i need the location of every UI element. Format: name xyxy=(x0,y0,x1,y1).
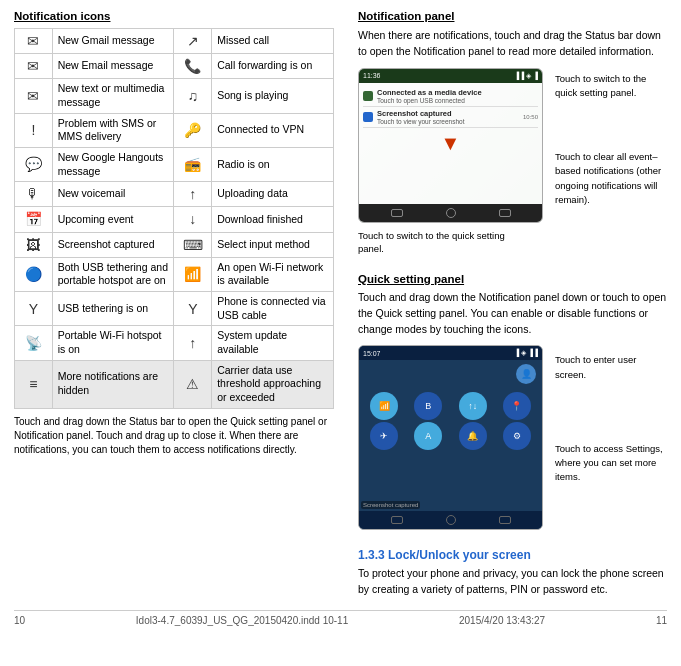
table-row: Y USB tethering is on Y Phone is connect… xyxy=(15,292,334,326)
callout-top-text: Touch to switch to the quick setting pan… xyxy=(555,72,667,101)
table-row: ✉ New Gmail message ↗ Missed call xyxy=(15,29,334,54)
table-row: 🎙 New voicemail ↑ Uploading data xyxy=(15,182,334,207)
qs-airplane-icon: ✈ xyxy=(370,422,398,450)
notif-text-left-0: New Gmail message xyxy=(52,29,174,54)
notif-icon-right-11: ⚠ xyxy=(174,360,212,408)
lock-section-heading: 1.3.3 Lock/Unlock your screen xyxy=(358,548,667,562)
notif-icon-left-7: 🖼 xyxy=(15,232,53,257)
table-row: ✉ New text or multimedia message ♫ Song … xyxy=(15,79,334,113)
file-info: Idol3-4.7_6039J_US_QG_20150420.indd 10-1… xyxy=(136,615,348,626)
right-column: Notification panel When there are notifi… xyxy=(354,10,667,598)
notif-text-right-2: Song is playing xyxy=(212,79,334,113)
table-row: 🖼 Screenshot captured ⌨ Select input met… xyxy=(15,232,334,257)
recent-btn xyxy=(499,209,511,217)
notif-phone-mockup: 11:36 ▐▐ ◈ ▐ Connected as a media device… xyxy=(358,68,543,256)
notif-icon-1 xyxy=(363,91,373,101)
down-arrow-icon: ▼ xyxy=(441,132,461,155)
notif-text-left-9: USB tethering is on xyxy=(52,292,174,326)
qs-callout-bottom-text: Touch to access Settings, where you can … xyxy=(555,442,667,485)
notif-text-right-7: Select input method xyxy=(212,232,334,257)
qs-status-bar: 15:07 ▐ ◈ ▐▐ xyxy=(359,346,542,360)
notif-icon-right-4: 📻 xyxy=(174,147,212,181)
notif-icon-left-11: ≡ xyxy=(15,360,53,408)
qs-bt-icon: B xyxy=(414,392,442,420)
notif-row-1: Connected as a media device Touch to ope… xyxy=(363,86,538,107)
notif-icon-right-3: 🔑 xyxy=(174,113,212,147)
notif-text-left-4: New Google Hangouts message xyxy=(52,147,174,181)
qs-auto-icon: A xyxy=(414,422,442,450)
notif-icon-left-3: ! xyxy=(15,113,53,147)
notif-icon-left-2: ✉ xyxy=(15,79,53,113)
notif-icon-right-8: 📶 xyxy=(174,257,212,291)
qs-wifi-icon: 📶 xyxy=(370,392,398,420)
footer: 10 Idol3-4.7_6039J_US_QG_20150420.indd 1… xyxy=(14,610,667,626)
screenshot-label: Screenshot captured xyxy=(361,501,420,509)
notif-text-left-10: Portable Wi-Fi hotspot is on xyxy=(52,326,174,360)
notif-icon-right-1: 📞 xyxy=(174,54,212,79)
notif-icon-right-0: ↗ xyxy=(174,29,212,54)
notification-table: ✉ New Gmail message ↗ Missed call ✉ New … xyxy=(14,28,334,409)
qs-title: Quick setting panel xyxy=(358,273,667,285)
qs-phone-mockup: 15:07 ▐ ◈ ▐▐ 👤 📶 B ↑↓ 📍 ✈ xyxy=(358,345,543,530)
notif-panel-desc: When there are notifications, touch and … xyxy=(358,28,667,60)
left-column: Notification icons ✉ New Gmail message ↗… xyxy=(14,10,334,598)
notif-text-right-5: Uploading data xyxy=(212,182,334,207)
qs-icons-grid: 📶 B ↑↓ 📍 ✈ A 🔔 ⚙ xyxy=(359,386,542,453)
notif-text-right-11: Carrier data use threshold approaching o… xyxy=(212,360,334,408)
notif-text-right-1: Call forwarding is on xyxy=(212,54,334,79)
qs-data-icon: ↑↓ xyxy=(459,392,487,420)
table-row: 💬 New Google Hangouts message 📻 Radio is… xyxy=(15,147,334,181)
notif-icon-left-9: Y xyxy=(15,292,53,326)
table-row: 📡 Portable Wi-Fi hotspot is on ↑ System … xyxy=(15,326,334,360)
notif-text-left-1: New Email message xyxy=(52,54,174,79)
notif-icon-right-7: ⌨ xyxy=(174,232,212,257)
qs-callout-area: Touch to enter user screen. Touch to acc… xyxy=(555,345,667,540)
notif-text-right-3: Connected to VPN xyxy=(212,113,334,147)
qs-settings-icon: ⚙ xyxy=(503,422,531,450)
bottom-note: Touch and drag down the Status bar to op… xyxy=(14,415,334,457)
qs-back-btn xyxy=(391,516,403,524)
notif-icon-left-5: 🎙 xyxy=(15,182,53,207)
callout-area: Touch to switch to the quick setting pan… xyxy=(555,68,667,266)
notif-text-right-6: Download finished xyxy=(212,207,334,232)
qs-desc: Touch and drag down the Notification pan… xyxy=(358,290,667,337)
notif-icon-right-10: ↑ xyxy=(174,326,212,360)
notif-text-left-5: New voicemail xyxy=(52,182,174,207)
notif-icon-left-4: 💬 xyxy=(15,147,53,181)
home-btn xyxy=(446,208,456,218)
notif-panel-title: Notification panel xyxy=(358,10,667,22)
notif-text-right-10: System update available xyxy=(212,326,334,360)
table-row: ! Problem with SMS or MMS delivery 🔑 Con… xyxy=(15,113,334,147)
notif-icons-title: Notification icons xyxy=(14,10,334,22)
notif-text-left-7: Screenshot captured xyxy=(52,232,174,257)
notif-icon-left-0: ✉ xyxy=(15,29,53,54)
qs-callout-top-text: Touch to enter user screen. xyxy=(555,353,667,382)
callout-bottom-text: Touch to clear all event–based notificat… xyxy=(555,150,667,207)
notif-text-right-8: An open Wi-Fi network is available xyxy=(212,257,334,291)
qs-sound-icon: 🔔 xyxy=(459,422,487,450)
lock-section-desc: To protect your phone and privacy, you c… xyxy=(358,566,667,598)
qs-location-icon: 📍 xyxy=(503,392,531,420)
notif-icon-left-6: 📅 xyxy=(15,207,53,232)
table-row: 📅 Upcoming event ↓ Download finished xyxy=(15,207,334,232)
notif-icon-2 xyxy=(363,112,373,122)
back-btn xyxy=(391,209,403,217)
notif-icon-right-2: ♫ xyxy=(174,79,212,113)
table-row: 🔵 Both USB tethering and portable hotspo… xyxy=(15,257,334,291)
notif-text-right-4: Radio is on xyxy=(212,147,334,181)
notif-text-right-9: Phone is connected via USB cable xyxy=(212,292,334,326)
notif-text-left-6: Upcoming event xyxy=(52,207,174,232)
notif-icon-right-9: Y xyxy=(174,292,212,326)
phone-status-bar: 11:36 ▐▐ ◈ ▐ xyxy=(359,69,542,83)
notif-row-2: Screenshot captured Touch to view your s… xyxy=(363,107,538,128)
qs-home-btn xyxy=(446,515,456,525)
qs-bottom-bar xyxy=(359,511,542,529)
notif-icon-left-8: 🔵 xyxy=(15,257,53,291)
qs-recent-btn xyxy=(499,516,511,524)
notif-text-left-2: New text or multimedia message xyxy=(52,79,174,113)
phone-bottom-bar xyxy=(359,204,542,222)
user-avatar-qs: 👤 xyxy=(516,364,536,384)
table-row: ≡ More notifications are hidden ⚠ Carrie… xyxy=(15,360,334,408)
phone-notif-panel: Connected as a media device Touch to ope… xyxy=(359,83,542,204)
date-info: 2015/4/20 13:43:27 xyxy=(459,615,545,626)
